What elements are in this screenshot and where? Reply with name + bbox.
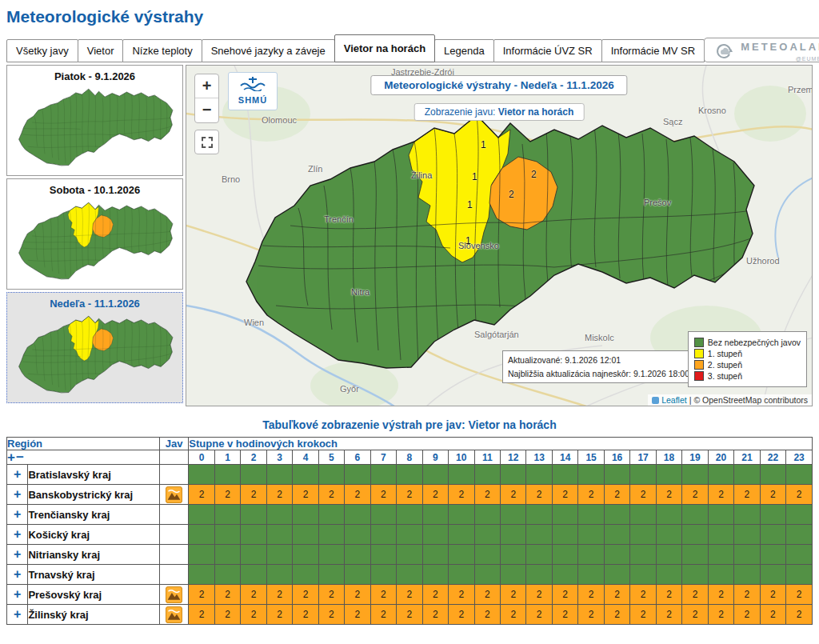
region-row: +Trenčiansky kraj — [7, 505, 813, 525]
hour-cell — [578, 525, 604, 545]
hour-cell — [760, 465, 785, 485]
expand-region-button[interactable]: + — [7, 605, 28, 625]
hour-cell — [734, 525, 760, 545]
hour-header: 22 — [760, 450, 785, 465]
hour-cell: 2 — [345, 485, 370, 505]
day-panel-piatok[interactable]: Piatok - 9.1.2026 — [6, 65, 183, 176]
leaflet-link[interactable]: Leaflet — [661, 395, 687, 405]
expand-region-button[interactable]: + — [7, 505, 28, 525]
region-row: +Košický kraj — [7, 525, 813, 545]
zoom-out-button[interactable]: − — [195, 98, 218, 122]
expand-region-button[interactable]: + — [7, 565, 28, 585]
hour-cell — [241, 525, 266, 545]
day-label: Nedeľa - 11.1.2026 — [7, 298, 182, 310]
warning-map[interactable]: Jastrzębie-ZdrójOlomoucZlínBrnoWienGyőrS… — [186, 65, 813, 406]
region-name: Trnavský kraj — [28, 565, 159, 585]
expand-region-button[interactable]: + — [7, 585, 28, 605]
tab-všetky-javy[interactable]: Všetky javy — [6, 39, 78, 62]
hour-cell — [293, 465, 318, 485]
hour-cell: 2 — [449, 585, 474, 605]
hour-cell — [293, 525, 318, 545]
hour-cell — [318, 525, 344, 545]
hour-cell: 2 — [370, 605, 396, 625]
hour-cell — [552, 525, 577, 545]
hour-cell — [734, 545, 760, 565]
tab-nízke-teploty[interactable]: Nízke teploty — [122, 39, 202, 62]
shmu-logo[interactable]: SHMÚ — [228, 72, 278, 110]
hour-header: 0 — [189, 450, 214, 465]
hour-cell — [214, 525, 240, 545]
steps-column-header: Stupne v hodinových krokoch — [189, 438, 813, 450]
zoom-control: + − — [194, 74, 219, 123]
expand-region-button[interactable]: + — [7, 485, 28, 505]
tab-vietor[interactable]: Vietor — [78, 39, 124, 62]
hour-cell: 2 — [734, 585, 760, 605]
tab-informácie-mv-sr[interactable]: Informácie MV SR — [601, 39, 705, 62]
hour-header: 18 — [656, 450, 681, 465]
hour-cell: 2 — [682, 585, 708, 605]
hour-cell: 2 — [293, 605, 318, 625]
expand-region-button[interactable]: + — [7, 545, 28, 565]
tab-informácie-úvz-sr[interactable]: Informácie ÚVZ SR — [493, 39, 602, 62]
hour-cell — [214, 545, 240, 565]
fullscreen-button[interactable] — [194, 130, 219, 154]
tab-vietor-na-horách[interactable]: Vietor na horách — [334, 34, 435, 62]
hour-cell: 2 — [734, 605, 760, 625]
hour-cell — [345, 545, 370, 565]
hour-header: 14 — [552, 450, 577, 465]
jav-header-spacer — [159, 450, 189, 465]
hour-header: 11 — [474, 450, 500, 465]
hour-cell — [397, 525, 422, 545]
hour-header: 8 — [397, 450, 422, 465]
hour-cell — [266, 505, 292, 525]
tab-snehové-jazyky-a-záveje[interactable]: Snehové jazyky a záveje — [202, 39, 335, 62]
map-legend: Bez nebezpečných javov1. stupeň2. stupeň… — [688, 331, 807, 387]
hour-header: 19 — [682, 450, 708, 465]
hour-cell — [474, 545, 500, 565]
hour-cell — [422, 545, 448, 565]
legend-swatch — [694, 371, 704, 381]
hour-cell — [656, 525, 681, 545]
table-header-row: Región Jav Stupne v hodinových krokoch — [7, 438, 813, 450]
day-panel-nedela[interactable]: Nedeľa - 11.1.2026 — [6, 292, 183, 403]
jav-cell — [159, 565, 189, 585]
hour-cell — [604, 545, 629, 565]
hour-cell: 2 — [708, 485, 733, 505]
jav-cell — [159, 505, 189, 525]
hour-cell — [266, 565, 292, 585]
hour-cell — [786, 525, 813, 545]
hour-cell: 2 — [760, 605, 785, 625]
hour-cell: 2 — [449, 605, 474, 625]
expand-region-button[interactable]: + — [7, 525, 28, 545]
hour-cell: 2 — [422, 485, 448, 505]
next-update: Najbližšia aktualizácia najneskôr: 9.1.2… — [508, 367, 689, 380]
hour-cell: 2 — [293, 485, 318, 505]
day-panel-sobota[interactable]: Sobota - 10.1.2026 — [6, 178, 183, 290]
hour-cell — [552, 505, 577, 525]
hour-header: 5 — [318, 450, 344, 465]
hour-cell: 2 — [318, 605, 344, 625]
hour-cell — [500, 525, 525, 545]
hour-cell: 2 — [449, 485, 474, 505]
hour-cell — [318, 565, 344, 585]
hour-cell — [734, 465, 760, 485]
hour-cell: 2 — [474, 605, 500, 625]
hour-cell — [370, 525, 396, 545]
jav-cell — [159, 545, 189, 565]
legend-label: Bez nebezpečných javov — [708, 338, 801, 347]
hour-cell: 2 — [318, 585, 344, 605]
tab-legenda[interactable]: Legenda — [434, 39, 494, 62]
expand-region-button[interactable]: + — [7, 465, 28, 485]
meteoalarm-logo[interactable]: METEOALARM @EUMETNET — [704, 38, 819, 62]
wind-mountain-warning-icon — [166, 606, 182, 623]
hour-cell: 2 — [734, 485, 760, 505]
zoom-in-button[interactable]: + — [195, 74, 218, 98]
hour-cell — [708, 505, 733, 525]
hour-cell: 2 — [189, 585, 214, 605]
region-row: +Nitriansky kraj — [7, 545, 813, 565]
hour-cell — [630, 525, 656, 545]
map-attribution: Leaflet | © OpenStreetMap contributors — [648, 394, 812, 406]
expand-collapse-all-button[interactable]: +− — [7, 450, 160, 465]
hour-cell — [422, 465, 448, 485]
hour-cell — [526, 525, 552, 545]
